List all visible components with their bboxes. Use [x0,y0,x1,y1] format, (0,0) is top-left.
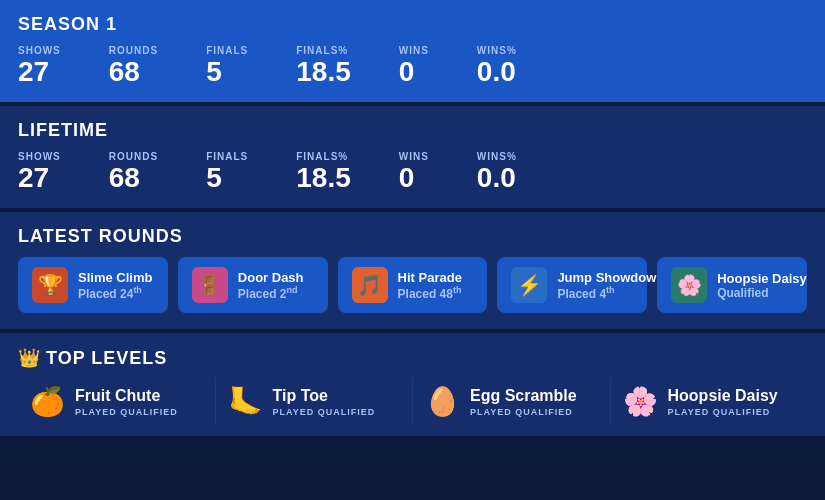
stat-label: FINALS% [296,151,351,162]
round-place: Placed 4th [557,285,664,301]
level-card: 🦶 Tip Toe PLAYED QUALIFIED [216,377,414,426]
stat-item: WINS% 0.0 [477,45,517,86]
level-name: Hoopsie Daisy [668,387,778,405]
season-title: SEASON 1 [18,14,807,35]
stat-label: WINS [399,45,429,56]
round-icon: 🎵 [352,267,388,303]
stat-value: 0.0 [477,164,517,192]
stat-label: FINALS [206,151,248,162]
stat-item: SHOWS 27 [18,45,61,86]
level-sub: PLAYED QUALIFIED [470,407,577,417]
level-name: Fruit Chute [75,387,178,405]
round-place: Placed 24th [78,285,152,301]
stat-item: FINALS% 18.5 [296,45,351,86]
stat-value: 27 [18,58,61,86]
lifetime-stats-row: SHOWS 27 ROUNDS 68 FINALS 5 FINALS% 18.5… [18,151,807,192]
stat-item: FINALS% 18.5 [296,151,351,192]
level-name: Egg Scramble [470,387,577,405]
round-icon: 🌸 [671,267,707,303]
level-sub: PLAYED QUALIFIED [668,407,778,417]
stat-label: FINALS [206,45,248,56]
stat-value: 0.0 [477,58,517,86]
level-icon: 🥚 [425,385,460,418]
lifetime-title: LIFETIME [18,120,807,141]
round-name: Slime Climb [78,270,152,285]
round-info: Jump Showdown Placed 4th [557,270,664,301]
stat-item: FINALS 5 [206,151,248,192]
stat-value: 27 [18,164,61,192]
season-stats-row: SHOWS 27 ROUNDS 68 FINALS 5 FINALS% 18.5… [18,45,807,86]
top-levels-section: 👑 TOP LEVELS 🍊 Fruit Chute PLAYED QUALIF… [0,333,825,436]
round-info: Door Dash Placed 2nd [238,270,304,301]
round-name: Hit Parade [398,270,462,285]
round-place: Placed 48th [398,285,462,301]
stat-item: ROUNDS 68 [109,151,158,192]
rounds-list: 🏆 Slime Climb Placed 24th 🚪 Door Dash Pl… [18,257,807,313]
level-icon: 🦶 [228,385,263,418]
level-card: 🥚 Egg Scramble PLAYED QUALIFIED [413,377,611,426]
round-place: Qualified [717,286,807,300]
round-card[interactable]: ⚡ Jump Showdown Placed 4th [497,257,647,313]
crown-icon: 👑 [18,347,40,369]
stat-label: SHOWS [18,45,61,56]
stat-value: 68 [109,58,158,86]
stat-value: 18.5 [296,58,351,86]
stat-item: WINS 0 [399,45,429,86]
top-levels-title: TOP LEVELS [46,348,167,369]
round-icon: 🚪 [192,267,228,303]
stat-label: WINS [399,151,429,162]
level-sub: PLAYED QUALIFIED [75,407,178,417]
stat-value: 68 [109,164,158,192]
round-card[interactable]: 🚪 Door Dash Placed 2nd [178,257,328,313]
round-icon: 🏆 [32,267,68,303]
level-name: Tip Toe [273,387,376,405]
stat-item: WINS% 0.0 [477,151,517,192]
stat-value: 5 [206,58,248,86]
stat-value: 18.5 [296,164,351,192]
level-icon: 🍊 [30,385,65,418]
stat-label: SHOWS [18,151,61,162]
round-card[interactable]: 🏆 Slime Climb Placed 24th [18,257,168,313]
stat-value: 0 [399,58,429,86]
round-card[interactable]: 🎵 Hit Parade Placed 48th [338,257,488,313]
lifetime-section: LIFETIME SHOWS 27 ROUNDS 68 FINALS 5 FIN… [0,106,825,208]
stat-item: FINALS 5 [206,45,248,86]
round-info: Hoopsie Daisy Qualified [717,271,807,300]
round-info: Slime Climb Placed 24th [78,270,152,301]
stat-label: ROUNDS [109,45,158,56]
round-icon: ⚡ [511,267,547,303]
stat-item: WINS 0 [399,151,429,192]
stat-label: ROUNDS [109,151,158,162]
stat-item: SHOWS 27 [18,151,61,192]
round-info: Hit Parade Placed 48th [398,270,462,301]
round-card[interactable]: 🌸 Hoopsie Daisy Qualified [657,257,807,313]
round-name: Door Dash [238,270,304,285]
round-name: Hoopsie Daisy [717,271,807,286]
round-place: Placed 2nd [238,285,304,301]
level-card: 🍊 Fruit Chute PLAYED QUALIFIED [18,377,216,426]
season-section: SEASON 1 SHOWS 27 ROUNDS 68 FINALS 5 FIN… [0,0,825,102]
top-levels-row: 🍊 Fruit Chute PLAYED QUALIFIED 🦶 Tip Toe… [18,377,807,426]
latest-rounds-title: LATEST ROUNDS [18,226,807,247]
stat-value: 5 [206,164,248,192]
level-card: 🌸 Hoopsie Daisy PLAYED QUALIFIED [611,377,808,426]
round-name: Jump Showdown [557,270,664,285]
level-sub: PLAYED QUALIFIED [273,407,376,417]
stat-label: FINALS% [296,45,351,56]
stat-label: WINS% [477,45,517,56]
stat-item: ROUNDS 68 [109,45,158,86]
stat-label: WINS% [477,151,517,162]
latest-rounds-section: LATEST ROUNDS 🏆 Slime Climb Placed 24th … [0,212,825,329]
level-icon: 🌸 [623,385,658,418]
stat-value: 0 [399,164,429,192]
